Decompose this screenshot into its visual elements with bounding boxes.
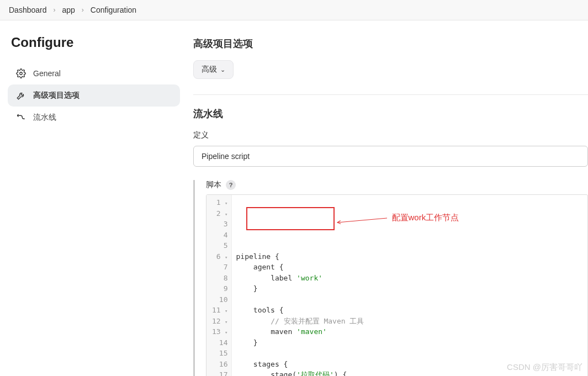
svg-line-1 <box>337 218 387 223</box>
sidebar-item-general[interactable]: General <box>8 62 180 84</box>
pipeline-icon <box>15 112 27 123</box>
annotation-arrow <box>335 211 390 228</box>
annotation-text: 配置work工作节点 <box>392 211 459 224</box>
section-pipeline: 流水线 定义 Pipeline script 脚本 ? 1 ▾2 ▾3456 ▾… <box>193 107 588 376</box>
section-title: 流水线 <box>193 107 588 120</box>
script-editor[interactable]: 1 ▾2 ▾3456 ▾7891011 ▾12 ▾13 ▾1415161718 … <box>206 194 588 376</box>
breadcrumb-item[interactable]: Configuration <box>91 6 136 14</box>
code-area[interactable]: 配置work工作节点 pipeline { agent { label 'wor… <box>232 195 588 376</box>
section-advanced: 高级项目选项 高级 ⌄ <box>193 37 588 79</box>
script-section: 脚本 ? 1 ▾2 ▾3456 ▾7891011 ▾12 ▾13 ▾141516… <box>193 180 588 376</box>
help-icon[interactable]: ? <box>226 180 236 190</box>
wrench-icon <box>15 90 27 101</box>
chevron-right-icon: › <box>82 6 84 14</box>
svg-point-0 <box>20 72 23 75</box>
section-title: 高级项目选项 <box>193 37 588 50</box>
sidebar-item-label: 高级项目选项 <box>33 91 80 100</box>
advanced-button[interactable]: 高级 ⌄ <box>193 60 234 79</box>
page-title: Configure <box>11 35 177 50</box>
line-gutter: 1 ▾2 ▾3456 ▾7891011 ▾12 ▾13 ▾1415161718 <box>206 195 232 376</box>
gear-icon <box>15 68 27 79</box>
sidebar-item-label: General <box>33 69 61 78</box>
sidebar-item-pipeline[interactable]: 流水线 <box>8 107 180 129</box>
script-label: 脚本 <box>206 180 221 190</box>
sidebar: Configure General 高级项目选项 流水线 <box>0 20 188 376</box>
sidebar-item-advanced[interactable]: 高级项目选项 <box>8 84 180 107</box>
button-label: 高级 <box>202 65 217 75</box>
breadcrumb-item[interactable]: app <box>62 6 75 14</box>
sidebar-item-label: 流水线 <box>33 113 56 123</box>
main-content: 高级项目选项 高级 ⌄ 流水线 定义 Pipeline script 脚本 ? … <box>188 20 588 376</box>
annotation-box <box>246 207 335 230</box>
definition-label: 定义 <box>193 130 588 140</box>
chevron-down-icon: ⌄ <box>220 66 225 73</box>
select-value: Pipeline script <box>202 152 250 161</box>
divider <box>193 94 588 95</box>
chevron-right-icon: › <box>54 6 56 14</box>
breadcrumb: Dashboard › app › Configuration <box>0 0 588 20</box>
breadcrumb-item[interactable]: Dashboard <box>9 6 47 14</box>
definition-select[interactable]: Pipeline script <box>193 146 588 167</box>
watermark: CSDN @厉害哥哥吖 <box>507 362 582 373</box>
